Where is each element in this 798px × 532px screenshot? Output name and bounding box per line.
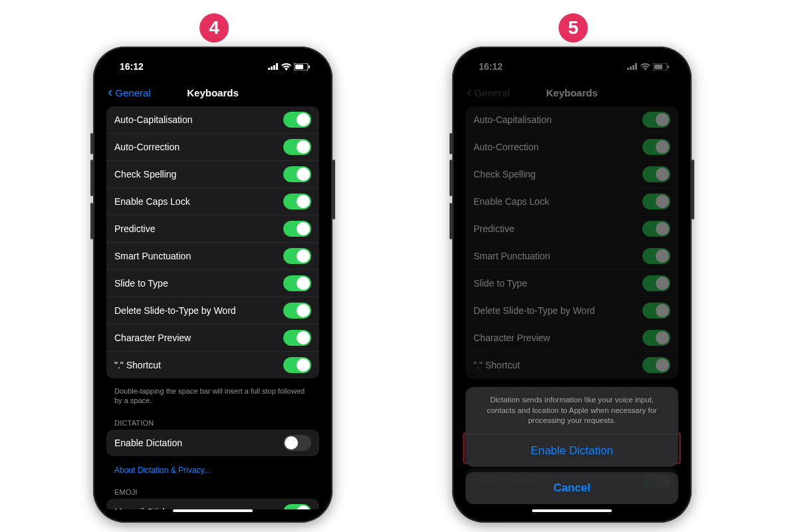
setting-label: Smart Punctuation xyxy=(114,251,191,261)
setting-toggle[interactable] xyxy=(283,275,311,291)
enable-dictation-row[interactable]: Enable Dictation xyxy=(106,430,319,456)
memoji-stickers-label: Memoji Stickers xyxy=(114,507,180,509)
setting-label: Auto-Capitalisation xyxy=(114,114,193,125)
setting-row[interactable]: Delete Slide-to-Type by Word xyxy=(106,297,319,325)
side-button xyxy=(692,160,694,219)
battery-icon xyxy=(294,63,310,70)
volume-up-button xyxy=(450,160,452,196)
emoji-group: Memoji Stickers xyxy=(106,499,319,509)
setting-toggle[interactable] xyxy=(283,248,311,264)
nav-title: Keyboards xyxy=(187,87,239,98)
volume-up-button xyxy=(90,160,93,196)
setting-toggle[interactable] xyxy=(283,166,311,182)
enable-dictation-label: Enable Dictation xyxy=(114,438,182,448)
memoji-stickers-row[interactable]: Memoji Stickers xyxy=(106,499,319,509)
mute-switch xyxy=(450,133,452,154)
enable-dictation-toggle[interactable] xyxy=(283,435,311,451)
svg-rect-1 xyxy=(271,66,273,70)
action-sheet-main: Dictation sends information like your vo… xyxy=(466,387,678,467)
notch xyxy=(163,53,263,70)
setting-toggle[interactable] xyxy=(283,357,311,373)
home-indicator[interactable] xyxy=(173,509,253,512)
setting-label: Enable Caps Lock xyxy=(114,196,190,207)
svg-rect-0 xyxy=(268,68,270,70)
back-button[interactable]: ‹ General xyxy=(108,87,151,98)
setting-row[interactable]: Check Spelling xyxy=(106,161,319,188)
back-label: General xyxy=(115,87,150,98)
step-badge-4: 4 xyxy=(200,13,229,43)
cancel-button[interactable]: Cancel xyxy=(466,472,678,504)
setting-label: Auto-Correction xyxy=(114,142,180,152)
setting-toggle[interactable] xyxy=(283,303,311,319)
setting-label: Check Spelling xyxy=(114,169,176,180)
nav-bar: ‹ General Keyboards xyxy=(100,80,326,105)
svg-rect-3 xyxy=(276,63,278,70)
wifi-icon xyxy=(281,63,291,70)
dictation-group: Enable Dictation xyxy=(106,430,319,456)
setting-label: "." Shortcut xyxy=(114,360,161,370)
setting-label: Predictive xyxy=(114,223,155,234)
setting-toggle[interactable] xyxy=(283,194,311,209)
enable-dictation-action[interactable]: Enable Dictation xyxy=(466,435,678,467)
shortcut-footer: Double-tapping the space bar will insert… xyxy=(106,384,319,412)
status-time: 16:12 xyxy=(120,61,144,72)
setting-row[interactable]: "." Shortcut xyxy=(106,352,319,378)
svg-rect-6 xyxy=(309,65,310,68)
phone-step-4: 16:12 ‹ General Keyboards Auto-Capi xyxy=(93,47,332,523)
setting-row[interactable]: Enable Caps Lock xyxy=(106,188,319,215)
setting-label: Slide to Type xyxy=(114,278,168,289)
setting-row[interactable]: Smart Punctuation xyxy=(106,243,319,270)
screen: 16:12 ‹ General Keyboards Auto-Capi xyxy=(459,53,685,516)
action-sheet-message: Dictation sends information like your vo… xyxy=(466,387,678,435)
setting-row[interactable]: Character Preview xyxy=(106,325,319,352)
volume-down-button xyxy=(450,203,452,239)
setting-row[interactable]: Auto-Correction xyxy=(106,134,319,161)
action-sheet: Dictation sends information like your vo… xyxy=(466,387,678,504)
settings-content[interactable]: Auto-CapitalisationAuto-CorrectionCheck … xyxy=(106,106,319,509)
setting-row[interactable]: Predictive xyxy=(106,215,319,243)
setting-toggle[interactable] xyxy=(283,330,311,346)
svg-rect-5 xyxy=(295,65,303,69)
volume-down-button xyxy=(90,203,93,239)
setting-toggle[interactable] xyxy=(283,112,311,128)
svg-rect-2 xyxy=(273,65,275,70)
setting-toggle[interactable] xyxy=(283,139,311,155)
mute-switch xyxy=(90,133,93,154)
setting-row[interactable]: Slide to Type xyxy=(106,270,319,297)
step-badge-5: 5 xyxy=(559,13,588,43)
setting-toggle[interactable] xyxy=(283,221,311,237)
memoji-stickers-toggle[interactable] xyxy=(283,504,311,509)
phone-step-5: 16:12 ‹ General Keyboards Auto-Capi xyxy=(452,47,692,523)
dictation-header: DICTATION xyxy=(106,412,319,430)
setting-row[interactable]: Auto-Capitalisation xyxy=(106,106,319,134)
side-button xyxy=(332,160,335,219)
home-indicator[interactable] xyxy=(532,509,612,512)
setting-label: Character Preview xyxy=(114,332,191,343)
setting-label: Delete Slide-to-Type by Word xyxy=(114,305,236,316)
cellular-icon xyxy=(268,63,279,70)
dictation-privacy-link[interactable]: About Dictation & Privacy... xyxy=(106,462,319,481)
emoji-header: EMOJI xyxy=(106,481,319,499)
screen: 16:12 ‹ General Keyboards Auto-Capi xyxy=(100,53,326,516)
keyboard-settings-group: Auto-CapitalisationAuto-CorrectionCheck … xyxy=(106,106,319,378)
